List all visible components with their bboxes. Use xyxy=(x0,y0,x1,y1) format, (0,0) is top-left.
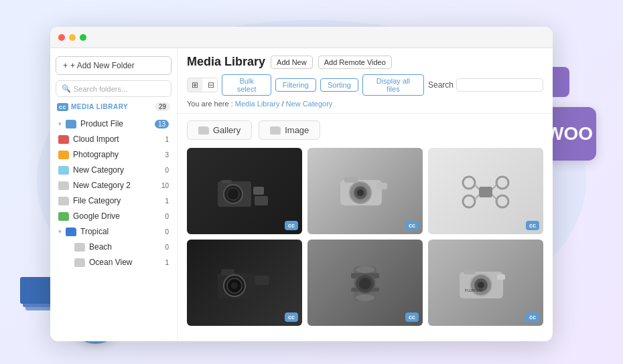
cc-badge-2: cc xyxy=(405,221,419,230)
svg-point-9 xyxy=(357,189,364,196)
folder-badge-cloud-import: 1 xyxy=(161,136,169,143)
view-toggle: ⊞ ⊟ xyxy=(187,78,218,92)
svg-line-17 xyxy=(475,185,479,189)
folder-item-cloud-import[interactable]: Cloud Import 1 xyxy=(56,132,171,147)
folder-item-beach[interactable]: Beach 0 xyxy=(56,240,171,254)
svg-rect-39 xyxy=(497,274,505,280)
cc-badge-3: cc xyxy=(526,221,539,230)
window-body: + + Add New Folder 🔍 Search folders... c… xyxy=(50,48,553,341)
gallery-folder-icon xyxy=(198,126,209,134)
search-input[interactable] xyxy=(456,78,543,92)
folder-icon-tropical xyxy=(66,227,76,236)
main-content: Media Library Add New Add Remote Video ⊞… xyxy=(178,48,553,341)
folder-badge-tropical: 0 xyxy=(161,228,169,236)
breadcrumb-prefix: You are here : xyxy=(187,100,233,108)
folder-item-tropical[interactable]: ▾ Tropical 0 xyxy=(56,224,171,239)
titlebar-dot-yellow xyxy=(69,34,76,41)
folder-item-google-drive[interactable]: Google Drive 0 xyxy=(56,209,171,223)
image-cell-5[interactable]: cc xyxy=(307,240,423,326)
svg-rect-12 xyxy=(479,187,492,197)
cc-badge-4: cc xyxy=(285,312,298,322)
folder-name-tropical: Tropical xyxy=(80,227,157,236)
toolbar-row: ⊞ ⊟ Bulk select Filtering Sorting Displa… xyxy=(187,74,543,96)
breadcrumb-root[interactable]: Media Library xyxy=(235,100,280,108)
folder-name-file-category: File Category xyxy=(73,196,157,205)
image-cell-2[interactable]: cc xyxy=(307,148,423,234)
svg-point-33 xyxy=(359,278,371,290)
folder-name-cloud-import: Cloud Import xyxy=(73,134,157,144)
svg-rect-11 xyxy=(376,183,387,189)
folder-name-new-category: New Category xyxy=(73,165,157,175)
plus-icon: + xyxy=(63,61,68,70)
bulk-select-button[interactable]: Bulk select xyxy=(222,74,271,96)
svg-point-25 xyxy=(231,282,238,289)
svg-point-15 xyxy=(463,195,475,207)
add-remote-video-button[interactable]: Add Remote Video xyxy=(318,56,392,69)
image-cell-6[interactable]: FUJIFILM cc xyxy=(428,240,543,326)
folder-item-new-category-2[interactable]: New Category 2 10 xyxy=(56,178,171,193)
folder-icon-new-category-2 xyxy=(58,181,69,190)
media-library-header: cc MEDIA LIBRARY 29 xyxy=(56,102,171,111)
folder-item-new-category[interactable]: New Category 0 xyxy=(56,163,171,177)
svg-point-37 xyxy=(478,282,484,288)
add-folder-button[interactable]: + + Add New Folder xyxy=(56,56,171,75)
svg-line-20 xyxy=(492,195,496,199)
image-cell-3[interactable]: cc xyxy=(428,148,543,234)
search-label: Search xyxy=(428,80,454,90)
svg-point-13 xyxy=(463,177,475,189)
folder-icon-cloud-import xyxy=(58,135,69,144)
titlebar-dot-red xyxy=(58,34,65,41)
svg-rect-4 xyxy=(253,187,264,195)
folder-icon-ocean-view xyxy=(74,258,85,267)
chevron-icon-tropical: ▾ xyxy=(58,228,62,235)
svg-point-30 xyxy=(356,266,374,273)
media-library-count: 29 xyxy=(155,102,170,111)
image-cell-4[interactable]: cc xyxy=(187,240,302,326)
search-placeholder: Search folders... xyxy=(74,85,127,93)
svg-rect-26 xyxy=(255,276,269,285)
filtering-button[interactable]: Filtering xyxy=(275,78,316,92)
cc-logo: cc xyxy=(57,103,68,111)
folder-name-product-file: Product File xyxy=(80,119,151,128)
sidebar: + + Add New Folder 🔍 Search folders... c… xyxy=(50,48,178,341)
grid-view-button[interactable]: ⊞ xyxy=(188,78,202,92)
sorting-button[interactable]: Sorting xyxy=(320,78,358,92)
list-view-button[interactable]: ⊟ xyxy=(204,78,218,92)
folder-badge-product-file: 13 xyxy=(155,120,169,128)
folder-name-ocean-view: Ocean View xyxy=(89,258,157,267)
gallery-folder-image[interactable]: Image xyxy=(259,120,320,140)
image-cell-1[interactable]: cc xyxy=(187,148,302,234)
svg-text:FUJIFILM: FUJIFILM xyxy=(465,288,482,292)
chevron-icon: ▾ xyxy=(58,120,62,127)
svg-rect-38 xyxy=(464,269,476,274)
gallery-folder-gallery[interactable]: Gallery xyxy=(187,120,252,140)
dslr-svg xyxy=(214,260,275,306)
titlebar-dot-green xyxy=(80,34,86,41)
titlebar xyxy=(50,27,553,48)
folder-badge-beach: 0 xyxy=(161,244,169,251)
main-title-row: Media Library Add New Add Remote Video xyxy=(187,55,543,69)
svg-line-18 xyxy=(492,185,496,189)
lens-svg xyxy=(335,260,395,306)
gallery-area: Gallery Image xyxy=(178,114,553,341)
search-folders-box[interactable]: 🔍 Search folders... xyxy=(56,80,171,97)
search-container: Search xyxy=(428,78,543,92)
folder-item-ocean-view[interactable]: Ocean View 1 xyxy=(56,255,171,270)
fuji-svg: FUJIFILM xyxy=(456,260,516,306)
cc-badge-5: cc xyxy=(405,312,419,322)
svg-rect-5 xyxy=(255,196,268,205)
display-all-button[interactable]: Display all files xyxy=(362,74,424,96)
camera-kit-svg xyxy=(214,168,275,215)
svg-rect-10 xyxy=(344,177,358,183)
add-new-button[interactable]: Add New xyxy=(271,56,313,69)
folder-item-product-file[interactable]: ▾ Product File 13 xyxy=(56,116,171,131)
gallery-folder-label: Gallery xyxy=(213,125,240,135)
breadcrumb-current[interactable]: New Category xyxy=(286,100,333,108)
cc-badge-6: cc xyxy=(526,312,539,322)
folder-icon-product-file xyxy=(66,120,76,128)
main-header: Media Library Add New Add Remote Video ⊞… xyxy=(178,48,553,114)
folder-icon-new-category xyxy=(58,166,69,175)
main-window: + + Add New Folder 🔍 Search folders... c… xyxy=(50,27,553,341)
folder-item-photography[interactable]: Photography 3 xyxy=(56,147,171,162)
folder-item-file-category[interactable]: File Category 1 xyxy=(56,193,171,208)
